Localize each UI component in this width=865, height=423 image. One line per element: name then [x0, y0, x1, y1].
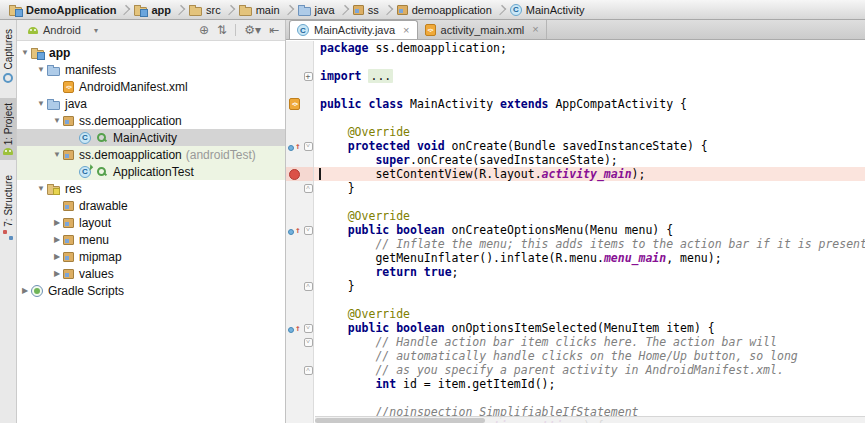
code-text[interactable]: return true; [314, 265, 865, 279]
fold-down-icon[interactable] [304, 142, 313, 151]
code-text[interactable]: super.onCreate(savedInstanceState); [314, 153, 865, 167]
tree-item-res[interactable]: res [17, 180, 285, 197]
code-text[interactable]: package ss.demoapplication; [314, 41, 865, 55]
code-editor[interactable]: package ss.demoapplication;import ...pub… [286, 40, 865, 423]
gutter [286, 153, 303, 167]
fold-down-icon[interactable] [304, 338, 313, 347]
collapse-all-button[interactable]: ⇅ [217, 24, 227, 36]
code-text[interactable]: setContentView(R.layout.activity_main); [314, 167, 865, 181]
gutter [286, 125, 303, 139]
code-text[interactable] [314, 83, 865, 97]
tree-item-gradle-scripts[interactable]: Gradle Scripts [17, 282, 285, 299]
code-text[interactable] [314, 391, 865, 405]
code-line-12 [286, 195, 865, 209]
gutter [286, 265, 303, 279]
locate-source-button[interactable]: ⊕ [199, 24, 209, 36]
breadcrumb-item-java[interactable]: java [294, 0, 339, 19]
tab-activity-main-xml[interactable]: activity_main.xml [418, 20, 547, 39]
tool-stripe-7-structure[interactable]: 7: Structure [0, 170, 16, 245]
fold-down-icon[interactable] [304, 226, 313, 235]
code-text[interactable]: @Override [314, 125, 865, 139]
breadcrumb-item-mainactivity[interactable]: MainActivity [506, 0, 589, 19]
collapse-arrow-icon[interactable] [35, 99, 47, 108]
expand-arrow-icon[interactable] [51, 252, 63, 261]
tree-item-app[interactable]: app [17, 44, 285, 61]
override-indicator-icon[interactable] [288, 324, 300, 333]
collapse-arrow-icon[interactable] [35, 184, 47, 193]
fold-up-icon[interactable] [304, 366, 313, 375]
related-xml-file-icon[interactable] [289, 98, 300, 110]
tree-item-mipmap[interactable]: mipmap [17, 248, 285, 265]
close-icon[interactable] [532, 24, 538, 35]
close-icon[interactable] [403, 25, 409, 36]
fold-gutter [303, 419, 314, 423]
collapse-arrow-icon[interactable] [51, 150, 63, 159]
collapse-arrow-icon[interactable] [51, 116, 63, 125]
code-text[interactable]: // automatically handle clicks on the Ho… [314, 349, 865, 363]
tree-item-ss-demoapplication[interactable]: ss.demoapplication [17, 112, 285, 129]
tree-item-menu[interactable]: menu [17, 231, 285, 248]
tree-item-mainactivity[interactable]: MainActivity [17, 129, 285, 146]
code-text[interactable]: } [314, 279, 865, 293]
code-line-7: @Override [286, 125, 865, 139]
breadcrumb-label: MainActivity [526, 4, 585, 16]
breadcrumb-item-app[interactable]: app [130, 0, 175, 19]
fold-plus-icon[interactable] [304, 72, 313, 81]
code-text[interactable] [314, 293, 865, 307]
code-text[interactable]: public boolean onOptionsItemSelected(Men… [314, 321, 865, 335]
code-text[interactable]: protected void onCreate(Bundle savedInst… [314, 139, 865, 153]
code-text[interactable]: @Override [314, 209, 865, 223]
code-text[interactable]: } [314, 181, 865, 195]
tree-item-androidmanifest-xml[interactable]: AndroidManifest.xml [17, 78, 285, 95]
hide-panel-button[interactable]: ⇤ [269, 24, 279, 36]
override-indicator-icon[interactable] [288, 226, 300, 235]
tab-mainactivity-java[interactable]: MainActivity.java [289, 20, 418, 39]
code-text[interactable]: import ... [314, 69, 865, 83]
expand-arrow-icon[interactable] [51, 235, 63, 244]
code-text[interactable]: // Handle action bar item clicks here. T… [314, 335, 865, 349]
code-text[interactable]: // as you specify a parent activity in A… [314, 363, 865, 377]
settings-button[interactable]: ⚙▾ [244, 24, 261, 36]
fold-down-icon[interactable] [304, 324, 313, 333]
gutter [286, 167, 303, 181]
tree-item-java[interactable]: java [17, 95, 285, 112]
code-text[interactable]: // Inflate the menu; this adds items to … [314, 237, 865, 251]
editor-horizontal-scrollbar[interactable] [315, 416, 865, 423]
collapse-arrow-icon[interactable] [35, 65, 47, 74]
code-text[interactable] [314, 55, 865, 69]
collapse-arrow-icon[interactable] [19, 48, 31, 57]
tree-item-drawable[interactable]: drawable [17, 197, 285, 214]
tree-item-layout[interactable]: layout [17, 214, 285, 231]
code-text[interactable]: public boolean onCreateOptionsMenu(Menu … [314, 223, 865, 237]
breadcrumb-item-main[interactable]: main [235, 0, 284, 19]
code-text[interactable]: @Override [314, 307, 865, 321]
breadcrumb-separator-icon [283, 4, 294, 15]
scrollbar-thumb[interactable] [315, 418, 485, 423]
project-view-selector[interactable]: Android ▾ [25, 23, 101, 37]
code-line-4 [286, 83, 865, 97]
tool-stripe-captures[interactable]: Captures [0, 24, 16, 88]
expand-arrow-icon[interactable] [51, 269, 63, 278]
breadcrumb-item-demoapplication[interactable]: demoapplication [393, 0, 496, 19]
code-text[interactable]: int id = item.getItemId(); [314, 377, 865, 391]
tree-item-ss-demoapplication-androidtest[interactable]: ss.demoapplication(androidTest) [17, 146, 285, 163]
breadcrumb-item-demoapplication[interactable]: DemoApplication [5, 0, 120, 19]
breakpoint-icon[interactable] [289, 169, 300, 180]
breadcrumb-item-ss[interactable]: ss [349, 0, 383, 19]
tree-item-applicationtest[interactable]: ApplicationTest [17, 163, 285, 180]
tool-stripe-1-project[interactable]: 1: Project [0, 98, 16, 160]
fold-gutter [303, 349, 314, 363]
code-text[interactable] [314, 195, 865, 209]
fold-up-icon[interactable] [304, 282, 313, 291]
tree-item-values[interactable]: values [17, 265, 285, 282]
expand-arrow-icon[interactable] [51, 218, 63, 227]
code-text[interactable] [314, 111, 865, 125]
tree-item-manifests[interactable]: manifests [17, 61, 285, 78]
fold-up-icon[interactable] [304, 184, 313, 193]
breadcrumb-item-src[interactable]: src [185, 0, 225, 19]
override-indicator-icon[interactable] [288, 142, 300, 151]
code-text[interactable]: public class MainActivity extends AppCom… [314, 97, 865, 111]
code-text[interactable]: getMenuInflater().inflate(R.menu.menu_ma… [314, 251, 865, 265]
code-line-25: int id = item.getItemId(); [286, 377, 865, 391]
expand-arrow-icon[interactable] [19, 286, 31, 295]
